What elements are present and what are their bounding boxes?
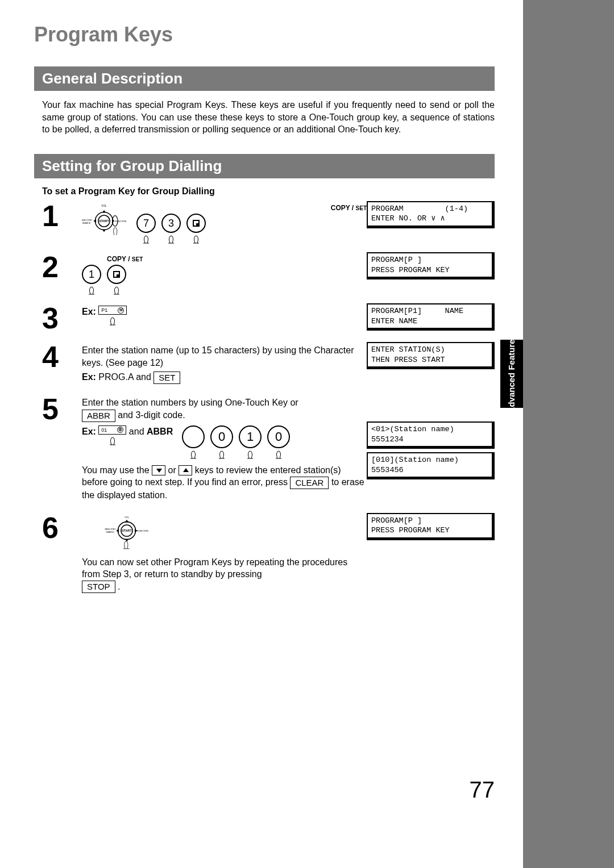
key-blank [182, 425, 205, 460]
step-2: 2 COPY / SET 1 PROG [42, 252, 495, 295]
step-num-1: 1 [42, 201, 82, 231]
page-number: 77 [470, 777, 495, 803]
svg-text:START: START [99, 219, 109, 223]
lcd-1: PROGRAM (1-4) ENTER NO. OR ∨ ∧ [367, 201, 495, 228]
side-tab-label: Advanced Features [507, 335, 517, 413]
lcd-5b: [010](Station name) 5553456 [367, 452, 495, 479]
svg-text:SEARCH: SEARCH [106, 531, 114, 533]
step-5: 5 Enter the station numbers by using One… [42, 394, 495, 501]
abbr-key: ABBR [82, 410, 115, 422]
ex-label-3: Ex: [82, 307, 96, 316]
lcd-6: PROGRAM[P ] PRESS PROGRAM KEY [367, 513, 495, 540]
stop-key: STOP [82, 581, 115, 593]
copy-set-label-1: COPY / SET [136, 203, 367, 212]
step-num-2: 2 [42, 252, 82, 282]
up-arrow-key [179, 465, 192, 475]
and-3-digit: and 3-digit code. [115, 410, 185, 420]
p1-key-icon: P1M [98, 306, 127, 315]
group-dialling-subhead: To set a Program Key for Group Dialling [42, 186, 495, 197]
step-num-3: 3 [42, 303, 82, 333]
step-3: 3 Ex: P1M PROGRAM[P1] NAME ENTER NAME [42, 303, 495, 334]
svg-text:VOL: VOL [125, 515, 130, 518]
svg-text:VOL: VOL [101, 205, 107, 207]
step-6-text: You can now set other Program Keys by re… [82, 557, 347, 579]
step-4: 4 Enter the station name (up to 15 chara… [42, 342, 495, 386]
key-01-icon: 01⦿ [98, 425, 126, 435]
step-5-body: Enter the station numbers by using One-T… [82, 394, 367, 501]
start-pad-icon-2: START VOL FUNCTION DIRECTORY SEARCH [105, 515, 149, 550]
lcd-5a: <01>(Station name) 5551234 [367, 422, 495, 449]
key-3: 3 [161, 214, 181, 244]
lcd-4: ENTER STATION(S) THEN PRESS START [367, 342, 495, 369]
page-content: Program Keys General Description Your fa… [0, 0, 614, 624]
set-key: SET [154, 372, 180, 384]
step-5-text2: You may use the [82, 465, 152, 475]
step-2-body: COPY / SET 1 [82, 252, 367, 295]
svg-text:DIRECTORY: DIRECTORY [105, 528, 116, 531]
step-3-body: Ex: P1M [82, 303, 367, 326]
step-4-text: Enter the station name (up to 15 charact… [82, 345, 354, 368]
side-tab: Advanced Features [500, 340, 523, 408]
clear-key: CLEAR [290, 477, 329, 489]
step-6-body: START VOL FUNCTION DIRECTORY SEARCH You … [82, 513, 367, 594]
lcd-3: PROGRAM[P1] NAME ENTER NAME [367, 303, 495, 331]
step-num-6: 6 [42, 513, 82, 542]
step-4-ex: PROG.A and [98, 372, 154, 382]
page-title: Program Keys [34, 23, 495, 47]
general-description-text: Your fax machine has special Program Key… [34, 99, 495, 136]
step-4-body: Enter the station name (up to 15 charact… [82, 342, 367, 386]
step-num-4: 4 [42, 342, 82, 372]
right-margin-strip [523, 0, 614, 868]
svg-text:FUNCTION: FUNCTION [137, 529, 148, 532]
svg-text:START: START [122, 529, 132, 532]
key-copyset-2 [107, 265, 126, 295]
lcd-2: PROGRAM[P ] PRESS PROGRAM KEY [367, 252, 495, 279]
svg-text:SEARCH: SEARCH [82, 222, 91, 224]
svg-text:FUNCTION: FUNCTION [115, 219, 126, 222]
steps-container: 1 START VOL FUNCTION DIRECTORY SEARCH [34, 201, 495, 594]
step-6: 6 START VOL FUNCTION DIRECTORY SEARCH [42, 513, 495, 594]
key-1a: 1 [239, 425, 262, 460]
section-group-dialling-heading: Setting for Group Dialling [34, 154, 495, 178]
start-pad-icon: START VOL FUNCTION DIRECTORY SEARCH [82, 203, 126, 239]
step-1-body: START VOL FUNCTION DIRECTORY SEARCH COPY… [82, 201, 367, 244]
key-0b: 0 [267, 425, 290, 460]
step-1: 1 START VOL FUNCTION DIRECTORY SEARCH [42, 201, 495, 244]
svg-text:DIRECTORY: DIRECTORY [82, 219, 93, 222]
key-copyset-1 [186, 214, 206, 244]
key-1: 1 [82, 265, 101, 295]
section-general-heading: General Description [34, 66, 495, 91]
key-7: 7 [136, 214, 156, 244]
down-arrow-key [152, 465, 165, 475]
key-0a: 0 [210, 425, 233, 460]
step-num-5: 5 [42, 394, 82, 424]
abbr-bold: ABBR [147, 427, 173, 436]
copy-set-label-2: COPY / SET [107, 254, 161, 264]
step-5-text1: Enter the station numbers by using One-T… [82, 398, 298, 407]
